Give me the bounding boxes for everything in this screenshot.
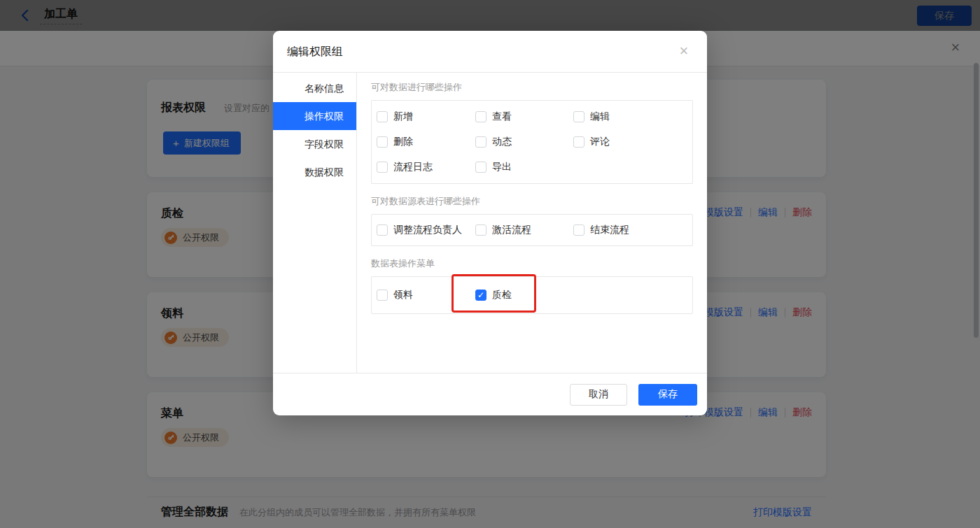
- tab-operation-permission[interactable]: 操作权限: [273, 102, 356, 130]
- checkbox-option[interactable]: 激活流程: [475, 217, 573, 243]
- checkbox-option[interactable]: 评论: [573, 129, 692, 155]
- checkbox-icon: [475, 224, 486, 236]
- checkbox-icon: [377, 111, 388, 122]
- table-menu-box: 领料 质检: [371, 276, 693, 314]
- datasource-operations-box: 调整流程负责人 激活流程 结束流程: [371, 214, 693, 246]
- screen: 加工单 保存 × 报表权限 设置对应的「 + 新建权限组 质检: [0, 0, 980, 528]
- checkbox-icon: [573, 111, 584, 122]
- dialog-header: 编辑权限组 ×: [273, 31, 707, 73]
- dialog-title: 编辑权限组: [287, 45, 343, 59]
- checkbox-icon: [573, 136, 584, 148]
- checkbox-option[interactable]: 编辑: [573, 104, 692, 129]
- tab-field-permission[interactable]: 字段权限: [273, 130, 356, 158]
- checkbox-icon: [475, 111, 486, 122]
- cancel-button[interactable]: 取消: [570, 384, 627, 406]
- group-label: 可对数据进行哪些操作: [371, 81, 693, 94]
- checkbox-option[interactable]: 删除: [377, 129, 475, 155]
- dialog-body: 名称信息 操作权限 字段权限 数据权限 可对数据进行哪些操作 新增 查看: [273, 73, 707, 373]
- dialog-close-icon[interactable]: ×: [676, 43, 692, 59]
- checkbox-icon: [475, 162, 486, 173]
- checkbox-icon: [573, 224, 584, 236]
- tab-name-info[interactable]: 名称信息: [273, 74, 356, 102]
- checkbox-option[interactable]: 领料: [377, 283, 475, 308]
- dialog-tab-list: 名称信息 操作权限 字段权限 数据权限: [273, 73, 357, 373]
- checkbox-option[interactable]: 结束流程: [573, 217, 692, 243]
- group-label: 数据表操作菜单: [371, 257, 693, 270]
- checkbox-icon: [475, 136, 486, 148]
- checkbox-option[interactable]: 调整流程负责人: [377, 217, 475, 243]
- tab-data-permission[interactable]: 数据权限: [273, 158, 356, 186]
- checkbox-option[interactable]: 新增: [377, 104, 475, 129]
- checkbox-icon: [377, 224, 388, 236]
- checkbox-icon: [377, 136, 388, 148]
- checkbox-icon: [377, 290, 388, 301]
- group-label: 可对数据源表进行哪些操作: [371, 195, 693, 208]
- save-button[interactable]: 保存: [638, 384, 697, 406]
- checkbox-icon: [377, 162, 388, 173]
- checkbox-option-quality-check[interactable]: 质检: [475, 283, 692, 308]
- checkbox-option[interactable]: 导出: [475, 155, 573, 180]
- dialog-content: 可对数据进行哪些操作 新增 查看 编辑: [357, 73, 707, 373]
- dialog-footer: 取消 保存: [273, 373, 707, 415]
- checkbox-option[interactable]: 动态: [475, 129, 573, 155]
- checkbox-icon: [475, 290, 486, 301]
- checkbox-option[interactable]: 流程日志: [377, 155, 475, 180]
- data-operations-box: 新增 查看 编辑 删除: [371, 100, 693, 184]
- edit-permission-group-dialog: 编辑权限组 × 名称信息 操作权限 字段权限 数据权限 可对数据进行哪些操作 新…: [273, 31, 707, 415]
- checkbox-option[interactable]: 查看: [475, 104, 573, 129]
